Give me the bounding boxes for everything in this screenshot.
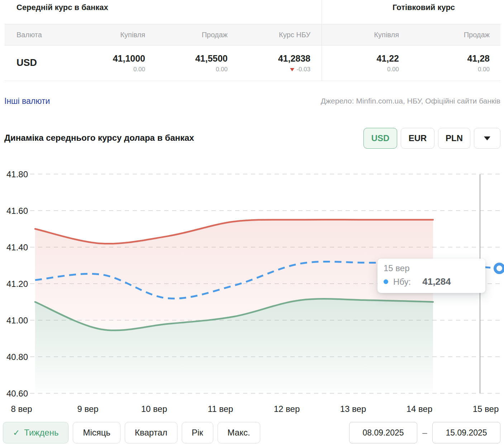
x-axis-tick-label: 11 вер (208, 404, 233, 414)
down-triangle-icon (290, 68, 294, 71)
currency-tab-usd[interactable]: USD (363, 128, 397, 149)
currency-dropdown-button[interactable] (474, 128, 500, 149)
period-week-label: Тиждень (24, 428, 58, 438)
col-header-cash-buy: Купівля (374, 24, 399, 45)
rates-table: Середній курс в банках Готівковий курс В… (0, 0, 504, 81)
tooltip-value: 41,284 (422, 276, 451, 287)
avg-buy-change: 0.00 (113, 66, 145, 73)
avg-sell-value: 41,5500 (195, 53, 228, 64)
y-axis-tick-label: 41.20 (6, 279, 28, 289)
chart-title: Динаміка середнього курсу долара в банка… (4, 133, 194, 143)
y-axis-tick-label: 41.60 (6, 206, 28, 216)
x-axis-tick-label: 9 вер (77, 404, 98, 414)
date-to-input[interactable] (432, 422, 500, 443)
period-max-button[interactable]: Макс. (218, 422, 260, 443)
cash-rate-section-title: Готівковий курс (393, 3, 455, 12)
cash-buy-value: 41,22 (376, 53, 399, 64)
col-header-avg-buy: Купівля (120, 24, 145, 45)
x-axis-tick-label: 8 вер (11, 404, 32, 414)
date-from-input[interactable] (349, 422, 417, 443)
cash-sell-value: 41,28 (467, 53, 490, 64)
x-axis-tick-label: 14 вер (406, 404, 433, 414)
nbu-end-marker (495, 264, 504, 273)
tooltip-date: 15 вер (384, 263, 479, 273)
avg-buy-value: 41,1000 (113, 53, 145, 64)
y-axis-tick-label: 41.00 (6, 316, 28, 325)
avg-buy-cell: 41,1000 0.00 (113, 53, 145, 73)
y-axis-tick-label: 40.80 (6, 352, 28, 362)
col-header-currency: Валюта (16, 24, 42, 45)
period-year-button[interactable]: Рік (182, 422, 213, 443)
x-axis-tick-label: 13 вер (340, 404, 366, 414)
x-axis-tick-label: 15 вер (473, 404, 499, 414)
x-axis-tick-label: 10 вер (141, 404, 167, 414)
nbu-rate-value: 41,2838 (278, 53, 310, 64)
other-currencies-link[interactable]: Інші валюти (4, 96, 50, 106)
date-range-separator: – (417, 428, 432, 438)
check-icon: ✓ (13, 428, 20, 438)
col-header-nbu: Курс НБУ (279, 24, 310, 45)
nbu-series-dot (384, 279, 388, 284)
nbu-rate-cell: 41,2838 -0.03 (278, 53, 310, 73)
cash-sell-change: 0.00 (467, 66, 490, 73)
currency-tab-group: USD EUR PLN (363, 128, 500, 149)
usd-rates-page: Середній курс в банках Готівковий курс В… (0, 0, 504, 447)
avg-rate-section-title: Середній курс в банках (16, 3, 108, 12)
col-header-avg-sell: Продаж (202, 24, 228, 45)
currency-tab-pln[interactable]: PLN (438, 128, 470, 149)
source-text: Джерело: Minfin.com.ua, НБУ, Офіційні са… (321, 97, 500, 105)
table-bottom-border (5, 81, 500, 81)
nbu-rate-change: -0.03 (296, 66, 310, 73)
date-range-picker: – (349, 422, 500, 443)
period-week-button[interactable]: ✓ Тиждень (3, 422, 68, 443)
x-axis-tick-label: 12 вер (274, 404, 300, 414)
col-header-cash-sell: Продаж (464, 24, 490, 45)
cash-buy-cell: 41,22 0.00 (376, 53, 399, 73)
cash-sell-cell: 41,28 0.00 (467, 53, 490, 73)
avg-sell-change: 0.00 (195, 66, 228, 73)
tooltip-series-label: Нбу: (393, 277, 411, 287)
table-header-row: Валюта Купівля Продаж Курс НБУ Купівля П… (5, 24, 500, 45)
y-axis-tick-label: 41.40 (6, 242, 28, 252)
table-section-divider (322, 0, 322, 81)
chevron-down-icon (484, 136, 490, 140)
chart-tooltip: 15 вер Нбу: 41,284 (377, 259, 485, 293)
cash-buy-change: 0.00 (376, 66, 399, 73)
y-axis-tick-label: 40.60 (6, 389, 28, 398)
currency-code: USD (16, 57, 37, 68)
period-month-button[interactable]: Місяць (73, 422, 120, 443)
y-axis-tick-label: 41.80 (6, 169, 28, 179)
avg-sell-cell: 41,5500 0.00 (195, 53, 228, 73)
currency-tab-eur[interactable]: EUR (401, 128, 434, 149)
period-quarter-button[interactable]: Квартал (125, 422, 177, 443)
period-button-group: ✓ Тиждень Місяць Квартал Рік Макс. (3, 422, 260, 443)
